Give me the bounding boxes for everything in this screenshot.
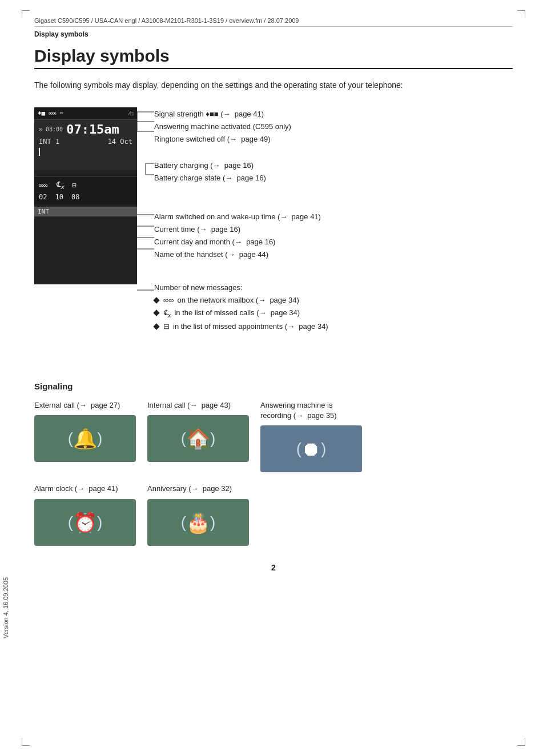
corner-bl-h xyxy=(22,745,30,746)
phone-screen: ♦■ ∞∞ ≈ ⁄☐ ⊙ 08:00 07:15am xyxy=(34,107,137,284)
phone-int-label: INT 1 xyxy=(39,138,59,146)
msg-icon-2: ℄x xyxy=(56,180,65,191)
msg-num-1: 02 xyxy=(39,193,47,201)
phone-bottom-label: INT xyxy=(38,208,49,215)
phone-status-bar: ♦■ ∞∞ ≈ ⁄☐ xyxy=(34,107,137,119)
msg-text-2: in the list of missed calls (→ page 34) xyxy=(174,307,300,319)
ann-messages-header: Number of new messages: xyxy=(154,282,328,294)
signaling-title: Signaling xyxy=(34,381,513,391)
msg-icon-1: ∞∞ xyxy=(39,181,48,190)
phone-date: 14 Oct xyxy=(108,138,132,146)
ann-msg-1: ∞∞ on the network mailbox (→ page 34) xyxy=(154,294,328,307)
signaling-section: Signaling External call (→ page 27) ( 🔔 … xyxy=(34,381,513,546)
signaling-grid: External call (→ page 27) ( 🔔 ) Internal… xyxy=(34,400,513,472)
meta-line-bar xyxy=(34,26,513,27)
diagram-inner: ♦■ ∞∞ ≈ ⁄☐ ⊙ 08:00 07:15am xyxy=(34,102,513,359)
bullet-2 xyxy=(153,310,159,316)
signal-label-internal: Internal call (→ page 43) xyxy=(147,400,231,411)
signal-label-alarm: Alarm clock (→ page 41) xyxy=(34,484,118,494)
signal-label-recording: Answering machine isrecording (→ page 35… xyxy=(260,400,337,421)
wave-left-int: ( xyxy=(181,429,186,448)
wave-left-ext: ( xyxy=(68,429,73,448)
phone-mockup: ♦■ ∞∞ ≈ ⁄☐ ⊙ 08:00 07:15am xyxy=(34,107,137,284)
msg-num-2: 10 xyxy=(55,193,63,201)
signal-item-external: External call (→ page 27) ( 🔔 ) xyxy=(34,400,136,462)
signal-item-internal: Internal call (→ page 43) ( 🏠 ) xyxy=(147,400,249,462)
bell-icon: 🔔 xyxy=(73,427,97,450)
wave-right-ext: ) xyxy=(97,429,102,448)
bullet-3 xyxy=(153,324,159,330)
ann-current-time: Current time (→ page 16) xyxy=(154,223,321,235)
ann-alarm-text: Alarm switched on and wake-up time (→ pa… xyxy=(154,210,321,223)
ann-battery-state: Battery charge state (→ page 16) xyxy=(154,171,266,184)
bullet-1 xyxy=(153,297,159,303)
wave-right-rec: ) xyxy=(321,440,326,458)
ann-battery-charging: Battery charging (→ page 16) xyxy=(154,159,266,171)
ann-msg-2: ℄x in the list of missed calls (→ page 3… xyxy=(154,307,328,320)
phone-spacer xyxy=(34,160,137,170)
ann-signal: Signal strength ♦■■ (→ page 41) Answerin… xyxy=(154,107,291,145)
page-wrapper: Gigaset C590/C595 / USA-CAN engl / A3100… xyxy=(0,0,547,756)
meta-path: Gigaset C590/C595 / USA-CAN engl / A3100… xyxy=(34,17,299,24)
phone-big-time: 07:15am xyxy=(66,122,119,136)
phone-date-row: INT 1 14 Oct xyxy=(39,138,132,146)
page-footer: 2 xyxy=(34,563,513,572)
battery-icon: ⁄☐ xyxy=(129,110,134,117)
ann-current-day: Current day and month (→ page 16) xyxy=(154,235,321,248)
record-icon: ⏺ xyxy=(301,438,321,460)
corner-tr-h xyxy=(517,10,525,11)
signal-label-external: External call (→ page 27) xyxy=(34,400,120,411)
phone-msg-nums: 02 10 08 xyxy=(39,193,132,201)
signal-item-anniversary: Anniversary (→ page 32) ( 🎂 ) xyxy=(147,484,249,545)
msg-text-3: in the list of missed appointments (→ pa… xyxy=(173,320,328,333)
alarm-clock-icon: ⏰ xyxy=(73,511,97,534)
phone-alarm-icon: ⊙ xyxy=(39,126,42,132)
ann-handset-name: Name of the handset (→ page 44) xyxy=(154,248,321,260)
signal-box-internal: ( 🏠 ) xyxy=(147,415,249,462)
answ-icon: ∞∞ xyxy=(49,110,56,117)
diagram-container: ♦■ ∞∞ ≈ ⁄☐ ⊙ 08:00 07:15am xyxy=(34,102,513,359)
phone-time-row: ⊙ 08:00 07:15am xyxy=(39,122,132,136)
corner-bl-v xyxy=(22,738,22,746)
signal-box-recording: ( ⏺ ) xyxy=(260,425,362,472)
signal-box-external: ( 🔔 ) xyxy=(34,415,136,462)
side-version: Version 4, 16.09.2005 xyxy=(2,577,9,638)
wave-right-ann: ) xyxy=(210,513,215,532)
wave-right-int: ) xyxy=(210,429,215,448)
msg-icon-label-1: ∞∞ xyxy=(163,294,174,307)
ann-ringtone-text: Ringtone switched off (→ page 49) xyxy=(154,132,291,145)
corner-tl-h xyxy=(22,10,30,11)
signal-box-alarm: ( ⏰ ) xyxy=(34,499,136,546)
phone-int-bar: INT xyxy=(34,207,137,216)
msg-text-1: on the network mailbox (→ page 34) xyxy=(178,294,299,307)
annotations-svg-area: Signal strength ♦■■ (→ page 41) Answerin… xyxy=(137,102,513,359)
wave-left-alm: ( xyxy=(68,513,73,532)
msg-num-3: 08 xyxy=(71,193,79,201)
wave-left-ann: ( xyxy=(181,513,186,532)
signal-item-alarm: Alarm clock (→ page 41) ( ⏰ ) xyxy=(34,484,136,545)
ann-battery: Battery charging (→ page 16) Battery cha… xyxy=(154,159,266,184)
page-title: Display symbols xyxy=(34,46,513,69)
phone-main: ⊙ 08:00 07:15am INT 1 14 Oct xyxy=(34,119,137,160)
signal-box-anniversary: ( 🎂 ) xyxy=(147,499,249,546)
section-label: Display symbols xyxy=(34,30,513,38)
signal-icon: ♦■ xyxy=(38,110,45,117)
ann-messages: Number of new messages: ∞∞ on the networ… xyxy=(154,282,328,333)
house-icon: 🏠 xyxy=(186,427,210,450)
meta-line: Gigaset C590/C595 / USA-CAN engl / A3100… xyxy=(34,17,513,24)
ann-msg-3: ⊟ in the list of missed appointments (→ … xyxy=(154,320,328,333)
signal-label-anniversary: Anniversary (→ page 32) xyxy=(147,484,232,494)
signal-item-recording: Answering machine isrecording (→ page 35… xyxy=(260,400,362,472)
signaling-grid-row2: Alarm clock (→ page 41) ( ⏰ ) Anniversar… xyxy=(34,484,513,545)
ann-signal-text: Signal strength ♦■■ (→ page 41) xyxy=(154,107,291,120)
msg-icon-label-3: ⊟ xyxy=(163,320,170,333)
phone-bottom-area: ∞∞ ℄x ⊟ 02 10 08 xyxy=(34,176,137,204)
ring-icon: ≈ xyxy=(60,110,64,117)
corner-br-v xyxy=(525,738,525,746)
corner-br-h xyxy=(517,745,525,746)
ann-alarm: Alarm switched on and wake-up time (→ pa… xyxy=(154,210,321,260)
page-number: 2 xyxy=(271,563,276,572)
msg-icon-label-2: ℄x xyxy=(163,307,171,320)
wave-right-alm: ) xyxy=(97,513,102,532)
wave-left-rec: ( xyxy=(296,440,301,458)
